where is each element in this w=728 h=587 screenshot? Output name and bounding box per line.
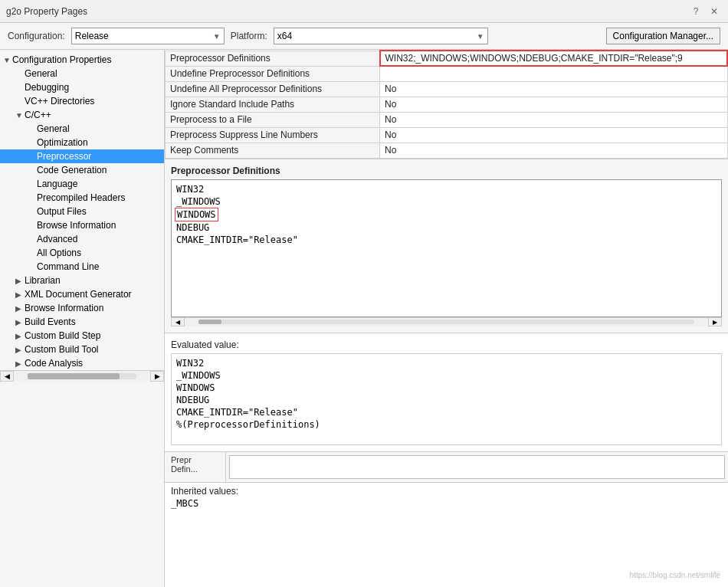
title-bar: g2o Property Pages ? ✕ — [0, 0, 728, 23]
sidebar-item-output-files[interactable]: Output Files — [0, 205, 164, 218]
tree-label-code-generation: Code Generation — [37, 165, 107, 175]
config-dropdown[interactable]: Release ▼ — [71, 28, 225, 44]
prop-name: Preprocess Suppress Line Numbers — [166, 127, 380, 143]
sidebar-item-browse-info[interactable]: ▶Browse Information — [0, 301, 164, 315]
sidebar-item-code-generation[interactable]: Code Generation — [0, 163, 164, 177]
prepr-define-labels: Prepr Defin... — [165, 452, 226, 482]
close-button[interactable]: ✕ — [707, 5, 722, 18]
right-panel: Preprocessor DefinitionsWIN32;_WINDOWS;W… — [165, 50, 728, 587]
tree-label-advanced-cpp: Advanced — [37, 234, 77, 244]
sidebar-item-command-line[interactable]: Command Line — [0, 260, 164, 274]
tree-arrow-code-analysis: ▶ — [15, 359, 25, 368]
def-scroll-track — [198, 320, 694, 324]
prop-name: Keep Comments — [166, 143, 380, 158]
prop-value[interactable]: No — [380, 143, 728, 158]
tree-arrow-build-events: ▶ — [15, 318, 25, 326]
sidebar-item-xml-doc-gen[interactable]: ▶XML Document Generator — [0, 287, 164, 301]
def-entry[interactable]: WIN32 — [175, 183, 718, 195]
definitions-editor[interactable]: WIN32_WINDOWSWINDOWSNDEBUGCMAKE_INTDIR="… — [171, 179, 722, 317]
tree-label-librarian: Librarian — [25, 275, 61, 286]
tree-label-general: General — [25, 68, 57, 79]
sidebar-item-optimization[interactable]: Optimization — [0, 136, 164, 149]
inherited-value: _MBCS — [171, 498, 198, 509]
sidebar-scroll: ◀ ▶ — [0, 370, 164, 381]
watermark: https://blog.csdn.net/smlife — [630, 571, 720, 579]
prop-row[interactable]: Undefine All Preprocessor DefinitionsNo — [166, 81, 728, 97]
eval-box: WIN32_WINDOWSWINDOWSNDEBUGCMAKE_INTDIR="… — [171, 353, 722, 445]
help-button[interactable]: ? — [688, 5, 703, 18]
prop-value[interactable]: No — [380, 127, 728, 143]
sidebar-item-custom-build-step[interactable]: ▶Custom Build Step — [0, 329, 164, 343]
def-entry[interactable]: _WINDOWS — [175, 195, 718, 208]
platform-dropdown-arrow: ▼ — [477, 32, 484, 41]
tree-label-browse-info-cpp: Browse Information — [37, 220, 116, 231]
tree-arrow-browse-info: ▶ — [15, 304, 25, 313]
scroll-track — [28, 373, 136, 379]
prop-value[interactable]: No — [380, 112, 728, 127]
prop-value[interactable] — [380, 66, 728, 81]
main-layout: ▼Configuration PropertiesGeneralDebuggin… — [0, 50, 728, 587]
sidebar-item-advanced-cpp[interactable]: Advanced — [0, 232, 164, 246]
eval-section: Evaluated value: WIN32_WINDOWSWINDOWSNDE… — [165, 333, 728, 452]
config-value: Release — [75, 31, 109, 41]
prop-row[interactable]: Preprocess to a FileNo — [166, 112, 728, 127]
def-scroll-right[interactable]: ▶ — [708, 317, 722, 326]
sidebar-item-code-analysis[interactable]: ▶Code Analysis — [0, 356, 164, 370]
tree-label-vc-dirs: VC++ Directories — [25, 96, 94, 107]
prop-row[interactable]: Preprocessor DefinitionsWIN32;_WINDOWS;W… — [166, 51, 728, 66]
def-scroll-h: ◀ ▶ — [171, 317, 722, 326]
prop-name: Ignore Standard Include Paths — [166, 97, 380, 112]
prop-value[interactable]: WIN32;_WINDOWS;WINDOWS;NDEBUG;CMAKE_INTD… — [380, 51, 728, 66]
sidebar-item-precompiled-headers[interactable]: Precompiled Headers — [0, 191, 164, 205]
tree-label-build-events: Build Events — [25, 316, 76, 327]
sidebar-item-browse-info-cpp[interactable]: Browse Information — [0, 218, 164, 232]
prop-section: Preprocessor DefinitionsWIN32;_WINDOWS;W… — [165, 50, 728, 159]
tree-label-preprocessor: Preprocessor — [37, 151, 91, 162]
config-manager-button[interactable]: Configuration Manager... — [606, 28, 720, 44]
def-scroll-thumb[interactable] — [198, 320, 221, 324]
tree-arrow-config-props: ▼ — [3, 56, 12, 64]
tree-label-all-options: All Options — [37, 248, 81, 258]
def-entry[interactable]: NDEBUG — [175, 221, 718, 234]
prop-name: Preprocessor Definitions — [166, 51, 380, 66]
config-label: Configuration: — [8, 31, 65, 41]
definitions-title: Preprocessor Definitions — [171, 166, 722, 176]
sidebar-item-debugging[interactable]: Debugging — [0, 80, 164, 94]
tree-label-cpp-general: General — [37, 123, 70, 134]
def-scroll-left[interactable]: ◀ — [171, 317, 185, 326]
platform-dropdown[interactable]: x64 ▼ — [274, 28, 488, 44]
scroll-right-arrow[interactable]: ▶ — [150, 371, 164, 382]
sidebar-item-config-props[interactable]: ▼Configuration Properties — [0, 53, 164, 67]
sidebar-item-cpp-general[interactable]: General — [0, 122, 164, 136]
sidebar-item-vc-dirs[interactable]: VC++ Directories — [0, 94, 164, 108]
prop-name: Undefine All Preprocessor Definitions — [166, 81, 380, 97]
prop-value[interactable]: No — [380, 81, 728, 97]
scroll-left-arrow[interactable]: ◀ — [0, 371, 14, 382]
inherited-box: _MBCS — [171, 498, 722, 509]
platform-value: x64 — [277, 31, 292, 41]
def-entry[interactable]: CMAKE_INTDIR="Release" — [175, 234, 718, 246]
prop-name: Undefine Preprocessor Definitions — [166, 66, 380, 81]
platform-label: Platform: — [231, 31, 267, 41]
sidebar-item-all-options[interactable]: All Options — [0, 246, 164, 260]
prop-row[interactable]: Ignore Standard Include PathsNo — [166, 97, 728, 112]
sidebar-item-custom-build-tool[interactable]: ▶Custom Build Tool — [0, 343, 164, 356]
sidebar-item-cpp[interactable]: ▼C/C++ — [0, 108, 164, 122]
eval-entry: %(PreprocessorDefinitions) — [175, 418, 718, 431]
sidebar-item-general[interactable]: General — [0, 67, 164, 80]
sidebar-item-language[interactable]: Language — [0, 177, 164, 191]
prop-row[interactable]: Keep CommentsNo — [166, 143, 728, 158]
define-label: Defin... — [171, 464, 219, 474]
sidebar-item-librarian[interactable]: ▶Librarian — [0, 274, 164, 287]
tree-label-custom-build-tool: Custom Build Tool — [25, 344, 99, 355]
prop-row[interactable]: Undefine Preprocessor Definitions — [166, 66, 728, 81]
prop-value[interactable]: No — [380, 97, 728, 112]
sidebar-item-build-events[interactable]: ▶Build Events — [0, 315, 164, 329]
prop-row[interactable]: Preprocess Suppress Line NumbersNo — [166, 127, 728, 143]
tree-label-xml-doc-gen: XML Document Generator — [25, 289, 132, 300]
tree-label-code-analysis: Code Analysis — [25, 358, 83, 369]
config-dropdown-arrow: ▼ — [213, 32, 221, 41]
scroll-thumb[interactable] — [28, 373, 120, 379]
def-entry[interactable]: WINDOWS — [175, 208, 218, 221]
sidebar-item-preprocessor[interactable]: Preprocessor — [0, 149, 164, 163]
